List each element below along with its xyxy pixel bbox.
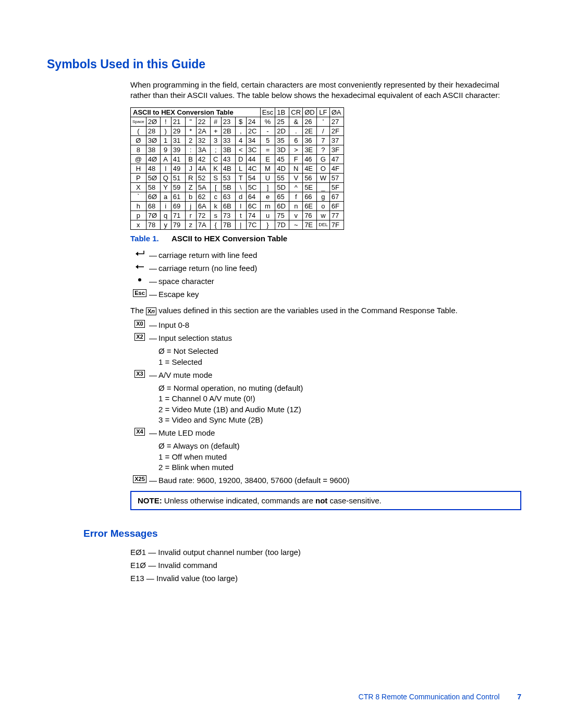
ascii-cell-hex: 6B <box>221 201 235 211</box>
variable-badge-slot: X3 <box>130 370 149 378</box>
variable-badge-slot: X4 <box>130 428 149 436</box>
ascii-hex-table: ASCII to HEX Conversion TableEsc1BCRØDLF… <box>130 107 344 230</box>
ascii-cell-hex: 26 <box>303 117 317 126</box>
ascii-cell-char: L <box>235 164 246 173</box>
ascii-cell-char: C <box>210 154 221 164</box>
variable-subline: 1 = Channel 0 A/V mute (0!) <box>158 393 521 404</box>
ascii-cell-hex: 5C <box>246 182 260 192</box>
ascii-cell-char: y <box>160 220 171 229</box>
ascii-cell-char: u <box>260 211 275 220</box>
symbol-icon-slot <box>130 250 149 257</box>
ascii-cell-hex: 3D <box>275 145 289 154</box>
ascii-cell-char: = <box>260 145 275 154</box>
note-bold: not <box>315 496 327 505</box>
ascii-cell-char: Z <box>185 182 196 192</box>
variable-sublist: Ø = Always on (default)1 = Off when mute… <box>158 441 521 473</box>
variable-desc: A/V mute mode <box>158 370 521 380</box>
ascii-cell-hex: 4E <box>303 164 317 173</box>
ascii-cell-char: p <box>131 211 146 220</box>
ascii-cell-hex: 5E <box>303 182 317 192</box>
symbol-legend: —carriage return with line feed—carriage… <box>130 250 521 300</box>
variable-sublist: Ø = Normal operation, no muting (default… <box>158 383 521 425</box>
variable-subline: Ø = Normal operation, no muting (default… <box>158 383 521 393</box>
ascii-cell-hex: 78 <box>146 220 160 229</box>
variable-badge: X0 <box>134 320 144 328</box>
ascii-cell-char: + <box>210 126 221 135</box>
ascii-cell-hex: 53 <box>221 173 235 182</box>
heading-errors: Error Messages <box>83 528 521 539</box>
ascii-cell-char: e <box>260 192 275 201</box>
ascii-cell-char: 2 <box>185 135 196 145</box>
variable-row: X3—A/V mute mode <box>130 370 521 380</box>
symbol-desc: carriage return with line feed <box>158 250 521 261</box>
ascii-cell-char: f <box>289 192 303 201</box>
ascii-cell-hex: 7C <box>246 220 260 229</box>
ascii-cell-hex: 45 <box>275 154 289 164</box>
variable-badge: X25 <box>133 475 146 483</box>
ascii-cell-hex: 4A <box>196 164 210 173</box>
variable-badge-slot: X2 <box>130 333 149 341</box>
symbol-legend-row: —carriage return with line feed <box>130 250 521 261</box>
xn-sentence: The Xn values defined in this section ar… <box>130 305 521 316</box>
ascii-cell-char: F <box>289 154 303 164</box>
variable-badge: X3 <box>134 370 144 378</box>
ascii-cell-hex: 7B <box>221 220 235 229</box>
symbol-icon-slot <box>130 263 149 270</box>
variable-subline: Ø = Always on (default) <box>158 441 521 451</box>
ascii-cell-hex: 69 <box>171 201 185 211</box>
ascii-cell-char: l <box>235 201 246 211</box>
ascii-cell-char: w <box>317 211 330 220</box>
ascii-cell-hex: 42 <box>196 154 210 164</box>
ascii-cell-hex: 22 <box>196 117 210 126</box>
ascii-cell-char: % <box>260 117 275 126</box>
ascii-cell-hex: 62 <box>196 192 210 201</box>
ascii-cell-hex: 3Ø <box>146 135 160 145</box>
ascii-cell-hex: 2C <box>246 126 260 135</box>
ascii-cell-char: : <box>185 145 196 154</box>
ascii-cell-hex: 3C <box>246 145 260 154</box>
variable-row: X0—Input 0-8 <box>130 320 521 330</box>
ascii-cell-hex: 6E <box>303 201 317 211</box>
ascii-cell-char: A <box>160 154 171 164</box>
variable-badge-slot: X25 <box>130 475 149 483</box>
dash: — <box>149 276 158 287</box>
ascii-cell-hex: 7D <box>275 220 289 229</box>
variable-definitions: X0—Input 0-8X2—Input selection statusØ =… <box>130 320 521 486</box>
xn-badge: Xn <box>146 307 156 315</box>
ascii-cell-hex: 54 <box>246 173 260 182</box>
ascii-cell-hex: 68 <box>146 201 160 211</box>
ascii-cell-hex: 7A <box>196 220 210 229</box>
ascii-cell-char: 6 <box>289 135 303 145</box>
ascii-cell-hex: 24 <box>246 117 260 126</box>
ascii-cell-hex: 48 <box>146 164 160 173</box>
ascii-cell-hex: 1B <box>275 107 289 117</box>
ascii-cell-char: x <box>131 220 146 229</box>
ascii-cell-char: ^ <box>289 182 303 192</box>
ascii-cell-hex: 67 <box>329 192 344 201</box>
ascii-cell-char: _ <box>317 182 330 192</box>
ascii-cell-char: < <box>235 145 246 154</box>
footer-page: 7 <box>517 693 521 701</box>
ascii-cell-char: h <box>131 201 146 211</box>
ascii-cell-char: s <box>210 211 221 220</box>
ascii-cell-hex: 5D <box>275 182 289 192</box>
ascii-cell-char: G <box>317 154 330 164</box>
ascii-cell-hex: 3F <box>329 145 344 154</box>
ascii-cell-hex: 25 <box>275 117 289 126</box>
ascii-cell-hex: 35 <box>275 135 289 145</box>
ascii-cell-char: T <box>235 173 246 182</box>
footer-text: CTR 8 Remote Communication and Control <box>359 693 500 701</box>
ascii-cell-char: ] <box>260 182 275 192</box>
ascii-cell-char: V <box>289 173 303 182</box>
page-footer: CTR 8 Remote Communication and Control 7 <box>359 693 521 701</box>
symbol-desc: carriage return (no line feed) <box>158 263 521 274</box>
ascii-cell-hex: 2B <box>221 126 235 135</box>
heading-symbols: Symbols Used in this Guide <box>47 57 521 71</box>
variable-subline: 3 = Video and Sync Mute (2B) <box>158 415 521 425</box>
ascii-cell-char: @ <box>131 154 146 164</box>
ascii-cell-char: o <box>317 201 330 211</box>
ascii-cell-hex: 6D <box>275 201 289 211</box>
ascii-cell-char: 1 <box>160 135 171 145</box>
ascii-cell-hex: 37 <box>329 135 344 145</box>
ascii-cell-hex: 3E <box>303 145 317 154</box>
